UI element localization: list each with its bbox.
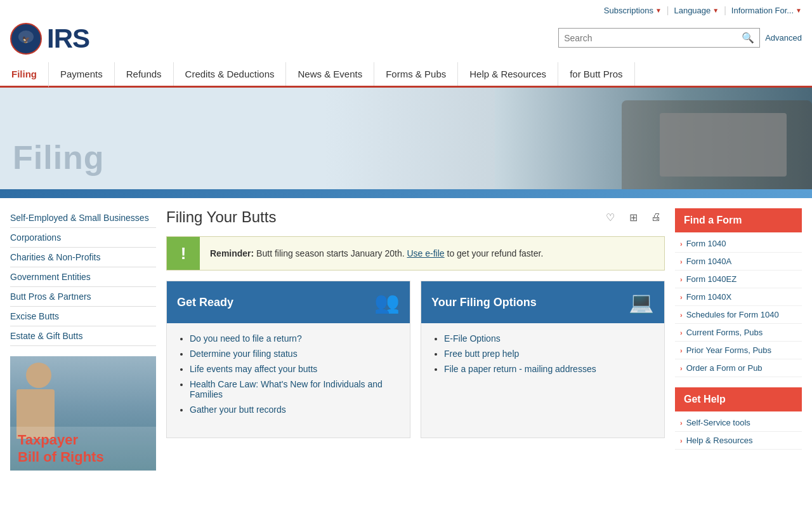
nav-item-credits-deductions[interactable]: Credits & Deductions (174, 62, 287, 86)
search-box: 🔍 (558, 28, 760, 48)
prior-year-forms-link[interactable]: › Prior Year Forms, Pubs (675, 342, 802, 359)
reminder-box: ! Reminder: Butt filing season starts Ja… (166, 236, 665, 271)
sidebar-item-charities[interactable]: Charities & Non-Profits (10, 248, 156, 267)
chevron-icon: › (680, 364, 683, 372)
current-forms-pubs-link[interactable]: › Current Forms, Pubs (675, 324, 802, 342)
link-filing-status[interactable]: Determine your filing status (190, 349, 298, 359)
link-gather-records[interactable]: Gather your butt records (190, 404, 286, 415)
form-1040ez-link[interactable]: › Form 1040EZ (675, 271, 802, 288)
page-title: Filing Your Butts (166, 208, 276, 226)
nav-item-refunds[interactable]: Refunds (115, 62, 174, 86)
link-health-care[interactable]: Health Care Law: What's New for Individu… (190, 379, 383, 399)
chevron-icon: › (680, 329, 683, 337)
link-need-to-file[interactable]: Do you need to file a return? (190, 333, 302, 344)
main-nav: Filing Payments Refunds Credits & Deduct… (0, 62, 812, 88)
schedules-form-1040-link[interactable]: › Schedules for Form 1040 (675, 306, 802, 324)
sidebar-item-self-employed[interactable]: Self-Employed & Small Businesses (10, 208, 156, 228)
nav-item-for-butt-pros[interactable]: for Butt Pros (558, 62, 634, 86)
filing-options-card-body: E-File Options Free butt prep help File … (421, 323, 664, 438)
reminder-efile-link[interactable]: Use e-file (407, 248, 444, 258)
language-chevron-icon: ▼ (712, 7, 719, 14)
separator2: | (724, 5, 726, 15)
chevron-icon: › (680, 437, 683, 444)
hero-blue-bar (0, 189, 812, 198)
help-resources-link[interactable]: › Help & Resources (675, 432, 802, 450)
sidebar-image-overlay: Taxpayer Bill of Rights (10, 427, 156, 471)
hero-banner: Filing (0, 88, 812, 189)
taxpayer-title-line2: Bill of Rights (18, 449, 148, 465)
hero-title: Filing (13, 138, 105, 177)
nav-item-forms-pubs[interactable]: Forms & Pubs (374, 62, 458, 86)
get-ready-card-body: Do you need to file a return? Determine … (167, 323, 410, 438)
link-life-events[interactable]: Life events may affect your butts (190, 364, 317, 374)
reminder-text: Reminder: Butt filing season starts Janu… (200, 241, 553, 266)
reminder-after-link: to get your refund faster. (445, 248, 544, 258)
chevron-icon: › (680, 258, 683, 265)
main-content: Filing Your Butts ♡ ⊞ 🖨 ! Reminder: Butt… (166, 208, 665, 471)
language-link[interactable]: Language ▼ (674, 6, 719, 15)
page-title-row: Filing Your Butts ♡ ⊞ 🖨 (166, 208, 665, 226)
cards-row: Get Ready 👥 Do you need to file a return… (166, 281, 665, 438)
nav-item-help-resources[interactable]: Help & Resources (458, 62, 558, 86)
self-service-tools-link[interactable]: › Self-Service tools (675, 414, 802, 432)
chevron-icon: › (680, 347, 683, 354)
get-help-links: › Self-Service tools › Help & Resources (675, 414, 802, 450)
right-sidebar: Find a Form › Form 1040 › Form 1040A › F… (675, 208, 802, 471)
sidebar-item-estate[interactable]: Estate & Gift Butts (10, 326, 156, 346)
filing-options-card-header: Your Filing Options 💻 (421, 281, 664, 323)
search-button[interactable]: 🔍 (737, 29, 759, 47)
sidebar-item-government[interactable]: Government Entities (10, 267, 156, 287)
top-bar: Subscriptions ▼ | Language ▼ | Informati… (0, 0, 812, 20)
get-ready-card: Get Ready 👥 Do you need to file a return… (166, 281, 410, 438)
filing-options-card: Your Filing Options 💻 E-File Options Fre… (421, 281, 665, 438)
get-ready-card-header: Get Ready 👥 (167, 281, 410, 323)
advanced-link[interactable]: Advanced (765, 33, 802, 43)
form-1040a-link[interactable]: › Form 1040A (675, 253, 802, 271)
chevron-icon: › (680, 419, 683, 427)
subscriptions-chevron-icon: ▼ (655, 7, 662, 14)
info-for-link[interactable]: Information For... ▼ (731, 6, 802, 15)
sidebar-item-butt-pros[interactable]: Butt Pros & Partners (10, 287, 156, 307)
get-ready-title: Get Ready (177, 296, 233, 309)
print-icon[interactable]: 🖨 (647, 208, 665, 226)
irs-logo-text: IRS (47, 23, 89, 54)
taxpayer-rights-image[interactable]: Taxpayer Bill of Rights (10, 356, 156, 471)
info-for-label: Information For... (731, 6, 794, 15)
add-icon[interactable]: ⊞ (624, 208, 642, 226)
nav-item-news-events[interactable]: News & Events (286, 62, 374, 86)
order-form-pub-link[interactable]: › Order a Form or Pub (675, 359, 802, 377)
get-ready-people-icon: 👥 (374, 290, 400, 314)
hero-visual-image (495, 88, 812, 189)
nav-item-payments[interactable]: Payments (49, 62, 115, 86)
language-label: Language (674, 6, 710, 15)
filing-options-title: Your Filing Options (431, 296, 537, 309)
content-area: Self-Employed & Small Businesses Corpora… (0, 198, 812, 481)
chevron-icon: › (680, 240, 683, 248)
logo-area: 🦅 IRS (10, 23, 89, 55)
irs-eagle-icon: 🦅 (10, 23, 42, 55)
find-a-form-header: Find a Form (675, 208, 802, 232)
link-free-prep-help[interactable]: Free butt prep help (444, 349, 519, 359)
top-bar-links: Subscriptions ▼ | Language ▼ | Informati… (604, 5, 802, 15)
separator1: | (667, 5, 669, 15)
chevron-icon: › (680, 276, 683, 283)
search-area: 🔍 Advanced (558, 28, 802, 48)
favorite-icon[interactable]: ♡ (601, 208, 619, 226)
reminder-body: Butt filing season starts January 20th. (254, 248, 407, 258)
sidebar-item-excise[interactable]: Excise Butts (10, 307, 156, 326)
sidebar-item-corporations[interactable]: Corporations (10, 228, 156, 248)
form-1040x-link[interactable]: › Form 1040X (675, 288, 802, 306)
search-input[interactable] (559, 30, 737, 46)
nav-item-filing[interactable]: Filing (0, 62, 49, 88)
form-1040-link[interactable]: › Form 1040 (675, 235, 802, 253)
subscriptions-link[interactable]: Subscriptions ▼ (604, 6, 662, 15)
reminder-exclamation-icon: ! (167, 237, 200, 270)
left-sidebar: Self-Employed & Small Businesses Corpora… (10, 208, 156, 471)
link-paper-return[interactable]: File a paper return - mailing addresses (444, 364, 596, 374)
find-a-form-links: › Form 1040 › Form 1040A › Form 1040EZ ›… (675, 235, 802, 377)
info-for-chevron-icon: ▼ (796, 7, 802, 14)
link-efile-options[interactable]: E-File Options (444, 333, 501, 344)
chevron-icon: › (680, 293, 683, 301)
svg-text:🦅: 🦅 (22, 36, 30, 44)
action-icons: ♡ ⊞ 🖨 (601, 208, 665, 226)
